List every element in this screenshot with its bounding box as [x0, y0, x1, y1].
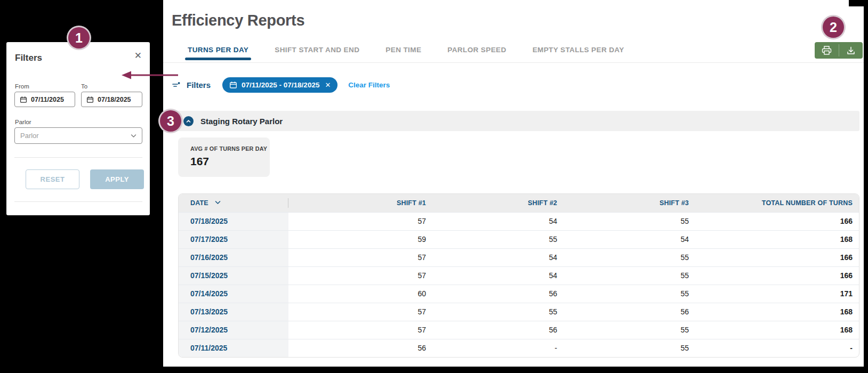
- row-shift2: 56: [432, 321, 564, 339]
- table-row: 07/17/2025595554168: [179, 230, 859, 248]
- to-date-input[interactable]: 07/18/2025: [81, 92, 142, 107]
- table-header-row: DATE SHIFT #1 SHIFT #2 SHIFT #3 TOTAL NU…: [179, 194, 859, 212]
- calendar-icon: [86, 96, 94, 103]
- column-header-date[interactable]: DATE: [179, 194, 288, 212]
- sort-chevron-down-icon: [215, 199, 221, 206]
- reset-button[interactable]: RESET: [26, 169, 79, 189]
- tab-bar: TURNS PER DAY SHIFT START AND END PEN TI…: [188, 46, 624, 60]
- from-date-value: 07/11/2025: [31, 96, 64, 103]
- download-button[interactable]: [839, 42, 863, 59]
- calendar-icon: [20, 96, 27, 103]
- row-total: -: [695, 339, 859, 357]
- table-row: 07/15/2025575455166: [179, 266, 859, 285]
- parlor-placeholder: Parlor: [20, 132, 39, 140]
- filters-trigger[interactable]: Filters: [172, 80, 211, 90]
- export-toolbar: [815, 42, 863, 59]
- row-date: 07/16/2025: [179, 248, 288, 266]
- filter-bar: Filters 07/11/2025 - 07/18/2025 ✕ Clear …: [172, 77, 390, 93]
- annotation-arrow-left-icon: [118, 70, 178, 80]
- table-row: 07/11/202556-55-: [179, 339, 859, 357]
- annotation-badge-1: 1: [67, 26, 91, 50]
- tab-empty-stalls-per-day[interactable]: EMPTY STALLS PER DAY: [533, 46, 624, 60]
- row-shift2: 55: [432, 303, 564, 321]
- apply-button[interactable]: APPLY: [90, 169, 144, 189]
- date-range-chip-label: 07/11/2025 - 07/18/2025: [242, 81, 319, 89]
- parlor-label: Parlor: [15, 119, 31, 125]
- row-shift1: 57: [288, 248, 432, 266]
- row-shift2: 54: [432, 266, 564, 285]
- from-date-input[interactable]: 07/11/2025: [14, 92, 75, 107]
- page-title: Efficiency Reports: [172, 12, 304, 29]
- section-title: Staging Rotary Parlor: [200, 117, 283, 126]
- row-shift1: 57: [288, 303, 432, 321]
- printer-icon: [821, 45, 832, 55]
- table-row: 07/16/2025575455166: [179, 248, 859, 266]
- row-shift3: 55: [564, 285, 695, 303]
- row-shift1: 57: [288, 266, 432, 285]
- avg-turns-card: AVG # OF TURNS PER DAY 167: [178, 137, 270, 177]
- table-row: 07/13/2025575556168: [179, 303, 859, 321]
- row-total: 166: [695, 266, 859, 285]
- chevron-up-icon: [186, 118, 191, 124]
- table-row: 07/12/2025575655168: [179, 321, 859, 339]
- row-shift3: 55: [564, 321, 695, 339]
- calendar-icon: [229, 81, 237, 89]
- row-shift2: 54: [432, 248, 564, 266]
- avg-turns-label: AVG # OF TURNS PER DAY: [190, 145, 270, 152]
- row-shift1: 56: [288, 339, 432, 357]
- row-shift1: 60: [288, 285, 432, 303]
- row-shift2: -: [432, 339, 564, 357]
- download-icon: [846, 46, 856, 55]
- row-shift1: 57: [288, 321, 432, 339]
- avg-turns-value: 167: [190, 155, 270, 168]
- column-header-shift2: SHIFT #2: [432, 194, 564, 212]
- row-total: 168: [695, 303, 859, 321]
- close-icon[interactable]: ✕: [134, 51, 142, 60]
- row-shift3: 56: [564, 303, 695, 321]
- parlor-select[interactable]: Parlor: [14, 127, 142, 144]
- top-right-notch: [849, 0, 868, 6]
- filter-lines-icon: [172, 81, 181, 89]
- row-shift2: 54: [432, 212, 564, 230]
- row-date: 07/17/2025: [179, 230, 288, 248]
- filters-panel-title: Filters: [15, 53, 42, 63]
- chevron-down-icon: [131, 134, 136, 138]
- row-shift3: 55: [564, 266, 695, 285]
- row-date: 07/15/2025: [179, 266, 288, 285]
- tab-parlor-speed[interactable]: PARLOR SPEED: [447, 46, 506, 60]
- annotation-badge-3: 3: [158, 109, 183, 133]
- clear-filters-link[interactable]: Clear Filters: [348, 81, 390, 89]
- to-label: To: [81, 83, 87, 90]
- row-total: 166: [695, 212, 859, 230]
- turns-table: DATE SHIFT #1 SHIFT #2 SHIFT #3 TOTAL NU…: [178, 193, 859, 358]
- row-date: 07/18/2025: [179, 212, 288, 230]
- tabs-divider: [163, 62, 864, 63]
- row-date: 07/14/2025: [179, 285, 288, 303]
- row-total: 171: [695, 285, 859, 303]
- section-header-staging-rotary-parlor[interactable]: Staging Rotary Parlor: [172, 111, 859, 131]
- tab-shift-start-and-end[interactable]: SHIFT START AND END: [275, 46, 359, 60]
- print-button[interactable]: [815, 42, 839, 59]
- row-shift1: 57: [288, 212, 432, 230]
- row-shift2: 56: [432, 285, 564, 303]
- tab-turns-per-day[interactable]: TURNS PER DAY: [188, 46, 248, 60]
- from-label: From: [15, 83, 29, 90]
- chip-close-icon[interactable]: ✕: [325, 81, 331, 89]
- filters-label: Filters: [187, 80, 211, 90]
- panel-divider: [14, 157, 142, 158]
- row-shift3: 55: [564, 212, 695, 230]
- row-shift1: 59: [288, 230, 432, 248]
- date-header-label: DATE: [190, 199, 208, 207]
- row-shift3: 55: [564, 339, 695, 357]
- table-row: 07/18/2025575455166: [179, 212, 859, 230]
- row-date: 07/12/2025: [179, 321, 288, 339]
- to-date-value: 07/18/2025: [98, 96, 131, 103]
- row-date: 07/11/2025: [179, 339, 288, 357]
- row-total: 168: [695, 230, 859, 248]
- date-range-chip[interactable]: 07/11/2025 - 07/18/2025 ✕: [222, 77, 337, 93]
- row-total: 168: [695, 321, 859, 339]
- collapse-toggle[interactable]: [183, 116, 194, 126]
- filters-panel: Filters ✕ From 07/11/2025 To 07/18/2025 …: [6, 42, 150, 215]
- tab-pen-time[interactable]: PEN TIME: [385, 46, 421, 60]
- table-row: 07/14/2025605655171: [179, 285, 859, 303]
